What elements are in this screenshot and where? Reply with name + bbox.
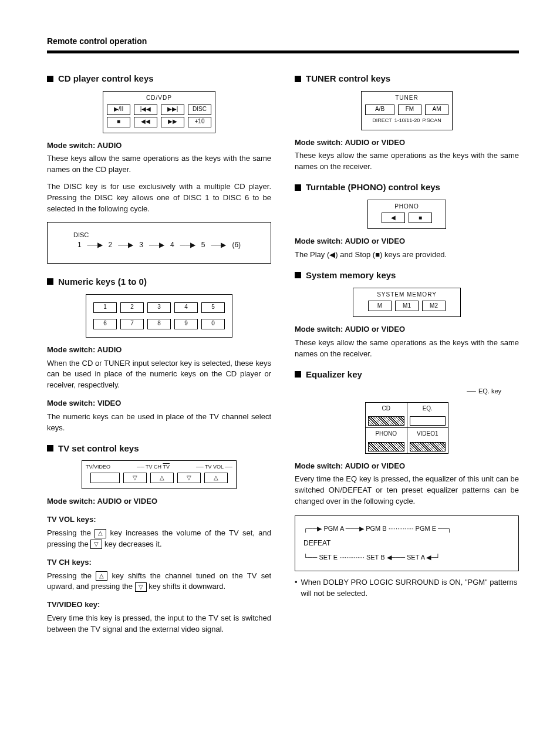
- sysmem-sub-mode: Mode switch: AUDIO or VIDEO: [295, 324, 519, 335]
- cd-key-disc: DISC: [188, 105, 211, 115]
- eq-top-1: PGM A: [323, 525, 343, 532]
- eq-cycle-diagram: ┌──▶ PGM A ───▶ PGM B ·············· PGM…: [295, 515, 519, 571]
- numeric-para-1: When the CD or TUNER input selector key …: [47, 358, 271, 392]
- phono-key-stop: ■: [409, 213, 432, 223]
- tv-key-tvvideo: [90, 473, 120, 483]
- tuner-label-pscan: P.SCAN: [422, 117, 441, 124]
- numeric-para-2: The numeric keys can be used in place of…: [47, 412, 271, 434]
- tv-vol-head: TV VOL keys:: [47, 514, 271, 525]
- tuner-para-1: These keys allow the same operations as …: [295, 150, 519, 173]
- eq-heading: Equalizer key: [295, 368, 519, 381]
- eq-defeat: DEFEAT: [303, 538, 510, 548]
- num-key-7: 7: [120, 319, 144, 329]
- phono-key-diagram: PHONO ◀ ■: [367, 200, 446, 230]
- cd-key-prev: |◀◀: [134, 105, 157, 115]
- tuner-key-am: AM: [425, 105, 448, 115]
- numeric-key-diagram: 1 2 3 4 5 6 7 8 9 0: [86, 294, 232, 338]
- num-key-6: 6: [93, 319, 117, 329]
- eq-note: When DOLBY PRO LOGIC SURROUND is ON, "PG…: [295, 577, 519, 599]
- eq-sub-mode: Mode switch: AUDIO or VIDEO: [295, 461, 519, 472]
- up-triangle-icon: △: [95, 529, 106, 538]
- num-key-5: 5: [201, 302, 225, 313]
- eq-top-3: PGM E: [416, 525, 436, 532]
- play-icon: ◀: [329, 250, 335, 259]
- disc-cycle-diagram: DISC 1──▶ 2──▶ 3──▶ 4──▶ 5──▶ (6): [47, 222, 271, 264]
- cd-para-2: The DISC key is for use exclusively with…: [47, 181, 271, 215]
- right-column: TUNER control keys TUNER A/B FM AM DIREC…: [295, 64, 519, 641]
- num-key-3: 3: [147, 302, 171, 313]
- numeric-sub-video: Mode switch: VIDEO: [47, 398, 271, 409]
- num-key-0: 0: [201, 319, 225, 329]
- down-triangle-icon: ▽: [90, 540, 102, 549]
- sysmem-key-diagram: SYSTEM MEMORY M M1 M2: [353, 288, 461, 318]
- numeric-heading: Numeric keys (1 to 0): [47, 275, 271, 288]
- tv-label-tvvideo: TV/VIDEO: [86, 463, 110, 471]
- eq-key-diagram: CD EQ. PHONO VIDEO1: [365, 402, 448, 454]
- tuner-label-range: 1-10/11-20: [394, 117, 420, 124]
- eq-cell-cd-key: [368, 416, 404, 426]
- tuner-key-diagram: TUNER A/B FM AM DIRECT 1-10/11-20 P.SCAN: [361, 91, 453, 130]
- tv-tvvideo-head: TV/VIDEO key:: [47, 599, 271, 611]
- disc-step-6: (6): [232, 240, 241, 250]
- tv-tvvideo-para: Every time this key is pressed, the inpu…: [47, 613, 271, 635]
- eq-cell-eq-key: [410, 416, 446, 426]
- cd-key-playpause: ▶/II: [107, 105, 130, 115]
- sysmem-heading: System memory keys: [295, 269, 519, 282]
- tuner-box-label: TUNER: [365, 94, 448, 103]
- tv-vol-para: Pressing the △ key increases the volume …: [47, 528, 271, 550]
- phono-key-play: ◀: [382, 213, 405, 223]
- down-triangle-icon-2: ▽: [135, 582, 147, 592]
- eq-bot-3: SET A: [407, 554, 424, 561]
- phono-para-1: The Play (◀) and Stop (■) keys are provi…: [295, 250, 519, 261]
- numeric-sub-audio: Mode switch: AUDIO: [47, 345, 271, 356]
- num-key-4: 4: [174, 302, 198, 313]
- cd-sub-audio: Mode switch: AUDIO: [47, 140, 271, 151]
- sysmem-para-1: These keys allow the same operations as …: [295, 338, 519, 360]
- cd-key-rew: ◀◀: [134, 117, 157, 127]
- num-key-2: 2: [120, 302, 144, 313]
- tv-heading: TV set control keys: [47, 442, 271, 455]
- eq-callout: ── EQ. key: [295, 387, 501, 396]
- tuner-key-ab: A/B: [365, 105, 394, 115]
- tuner-label-direct: DIRECT: [372, 117, 392, 124]
- heading-rule: [47, 50, 519, 53]
- tv-label-tv: TV: [163, 464, 170, 470]
- tv-ch-para: Pressing the △ key shifts the channel tu…: [47, 571, 271, 593]
- disc-step-3: 3: [139, 240, 143, 250]
- disc-label: DISC: [73, 231, 261, 240]
- tv-label-vol: TV VOL: [205, 464, 224, 470]
- num-key-9: 9: [174, 319, 198, 329]
- eq-top-2: PGM B: [366, 525, 386, 532]
- phono-heading: Turntable (PHONO) control keys: [295, 181, 519, 194]
- stop-icon: ■: [375, 250, 380, 259]
- tv-key-diagram: TV/VIDEO ── TV CH TV ── TV VOL ── ▽ △ ▽ …: [82, 460, 237, 489]
- eq-cell-cd-label: CD: [366, 403, 407, 415]
- num-key-1: 1: [93, 302, 117, 313]
- tv-key-ch-down: ▽: [123, 473, 147, 483]
- eq-cell-video1-label: VIDEO1: [407, 428, 448, 440]
- tv-key-ch-up: △: [150, 473, 174, 483]
- tv-key-vol-up: △: [204, 473, 228, 483]
- eq-cell-phono-key: [368, 442, 404, 451]
- cd-key-diagram: CD/VDP ▶/II |◀◀ ▶▶| DISC ■ ◀◀ ▶▶ +10: [103, 91, 215, 133]
- tv-ch-head: TV CH keys:: [47, 557, 271, 568]
- up-triangle-icon-2: △: [96, 571, 107, 581]
- tv-label-ch: TV CH: [146, 464, 161, 470]
- tuner-sub-mode: Mode switch: AUDIO or VIDEO: [295, 137, 519, 149]
- left-column: CD player control keys CD/VDP ▶/II |◀◀ ▶…: [47, 64, 271, 641]
- sysmem-key-m: M: [368, 301, 392, 311]
- cd-key-ff: ▶▶: [161, 117, 184, 127]
- disc-step-5: 5: [201, 240, 205, 250]
- phono-sub-mode: Mode switch: AUDIO or VIDEO: [295, 236, 519, 247]
- eq-bot-1: SET E: [319, 554, 338, 561]
- sysmem-key-m1: M1: [395, 301, 419, 311]
- two-column-layout: CD player control keys CD/VDP ▶/II |◀◀ ▶…: [47, 64, 519, 641]
- sysmem-key-m2: M2: [422, 301, 446, 311]
- tv-key-vol-down: ▽: [177, 473, 201, 483]
- page-title: Remote control operation: [47, 35, 519, 47]
- sysmem-box-label: SYSTEM MEMORY: [357, 291, 457, 299]
- cd-key-plus10: +10: [188, 117, 211, 127]
- eq-cell-phono-label: PHONO: [366, 428, 407, 440]
- phono-box-label: PHONO: [372, 203, 442, 211]
- tuner-key-fm: FM: [398, 105, 421, 115]
